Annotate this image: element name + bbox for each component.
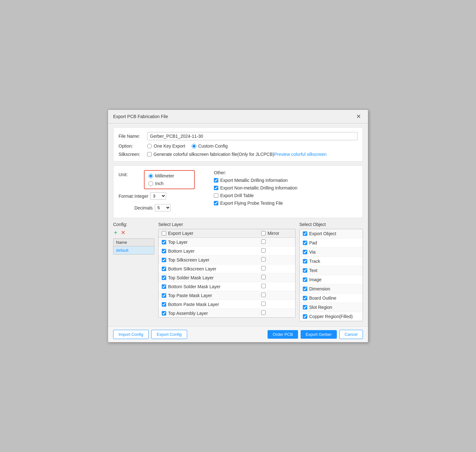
del-config-button[interactable]: ✕ (120, 229, 126, 236)
layer-table-row: Top Assembly Layer (159, 309, 295, 318)
dialog-body: File Name: Option: One Key Export Custom… (108, 123, 368, 326)
object-checkbox-6[interactable] (303, 287, 307, 291)
inch-option[interactable]: Inch (148, 181, 190, 186)
layer-mirror-checkbox-1[interactable] (261, 248, 266, 253)
format-decimals-row: Decimals 5 1 2 3 4 6 (119, 204, 214, 211)
object-item-label-1[interactable]: Pad (303, 240, 317, 245)
layer-table-row: Bottom Paste Mask Layer (159, 300, 295, 309)
decimals-select[interactable]: 5 1 2 3 4 6 (155, 204, 171, 211)
object-checkbox-3[interactable] (303, 259, 307, 263)
millimeter-option[interactable]: Millimeter (148, 173, 190, 178)
layer-export-checkbox-7[interactable] (162, 302, 166, 307)
export-layer-header[interactable]: Export Layer (162, 231, 255, 236)
export-metallic-drilling-checkbox[interactable] (214, 178, 218, 183)
object-checkbox-5[interactable] (303, 277, 307, 282)
layer-mirror-checkbox-0[interactable] (261, 239, 266, 244)
object-item-label-4[interactable]: Text (303, 268, 317, 273)
layer-export-label-8[interactable]: Top Assembly Layer (162, 311, 255, 316)
one-key-export-radio[interactable] (147, 144, 152, 149)
layer-export-checkbox-5[interactable] (162, 284, 166, 289)
export-nonmetallic-drilling-checkbox[interactable] (214, 186, 218, 190)
silkscreen-checkbox-label[interactable]: Generate colorful silkscreen fabrication… (147, 152, 274, 157)
layer-export-label-5[interactable]: Bottom Solder Mask Layer (162, 284, 255, 289)
layer-mirror-cell (258, 273, 295, 282)
object-list-item: Text (300, 266, 363, 275)
other-item-2[interactable]: Export Drill Table (214, 193, 357, 198)
add-config-button[interactable]: + (113, 229, 118, 236)
object-item-label-2[interactable]: Via (303, 249, 316, 255)
object-item-label-7[interactable]: Board Outline (303, 296, 337, 301)
layer-mirror-checkbox-4[interactable] (261, 275, 266, 279)
export-config-button[interactable]: Export Config (151, 330, 187, 339)
layer-export-checkbox-6[interactable] (162, 293, 166, 298)
object-checkbox-0[interactable] (303, 231, 307, 236)
layer-table-row: Bottom Silkscreen Layer (159, 264, 295, 273)
bottom-row: Config: + ✕ Name default Select Layer (113, 222, 363, 321)
format-label-text: Format: (119, 194, 134, 199)
unit-format-row: Unit: Millimeter Inch (119, 170, 214, 189)
object-item-label-9[interactable]: Copper Region(Filled) (303, 314, 353, 319)
layer-mirror-checkbox-6[interactable] (261, 293, 266, 297)
layer-mirror-cell (258, 256, 295, 264)
object-list-item: Pad (300, 238, 363, 248)
layer-export-checkbox-4[interactable] (162, 276, 166, 280)
object-checkbox-1[interactable] (303, 241, 307, 245)
order-pcb-button[interactable]: Order PCB (268, 330, 298, 339)
layer-export-label-7[interactable]: Bottom Paste Mask Layer (162, 302, 255, 307)
inch-radio[interactable] (148, 181, 153, 186)
layer-name-3: Bottom Silkscreen Layer (168, 266, 216, 271)
object-checkbox-2[interactable] (303, 250, 307, 254)
object-item-label-8[interactable]: Slot Region (303, 305, 332, 310)
export-layer-all-checkbox[interactable] (162, 231, 166, 236)
object-checkbox-7[interactable] (303, 296, 307, 300)
mirror-all-checkbox[interactable] (261, 231, 266, 236)
object-item-label-3[interactable]: Track (303, 259, 320, 264)
preview-silkscreen-link[interactable]: Preview colorful silkscreen (274, 152, 327, 157)
layer-table-container[interactable]: Export Layer Mirror (158, 229, 296, 318)
object-item-name-9: Copper Region(Filled) (309, 314, 353, 319)
layer-export-checkbox-1[interactable] (162, 249, 166, 253)
layer-export-label-4[interactable]: Top Solder Mask Layer (162, 275, 255, 280)
object-item-label-6[interactable]: Dimension (303, 286, 330, 291)
layer-export-label-2[interactable]: Top Silkscreen Layer (162, 257, 255, 263)
mirror-header[interactable]: Mirror (261, 231, 292, 236)
layer-mirror-cell (258, 300, 295, 309)
object-item-label-5[interactable]: Image (303, 277, 322, 282)
object-checkbox-8[interactable] (303, 305, 307, 309)
layer-export-label-1[interactable]: Bottom Layer (162, 249, 255, 254)
layer-export-label-0[interactable]: Top Layer (162, 240, 255, 245)
layer-export-label-6[interactable]: Top Paste Mask Layer (162, 293, 255, 298)
other-item-1[interactable]: Export Non-metallic Drilling Information (214, 185, 357, 190)
other-item-0[interactable]: Export Metallic Drilling Information (214, 178, 357, 183)
layer-mirror-checkbox-5[interactable] (261, 284, 266, 288)
layer-export-checkbox-0[interactable] (162, 240, 166, 244)
config-list-item-default[interactable]: default (113, 246, 154, 254)
millimeter-radio[interactable] (148, 174, 153, 178)
integer-select[interactable]: 3 1 2 4 5 (150, 192, 166, 200)
export-gerber-button[interactable]: Export Gerber (301, 330, 337, 339)
cancel-button[interactable]: Cancel (339, 330, 363, 339)
layer-export-cell: Bottom Solder Mask Layer (159, 282, 258, 291)
object-table-container[interactable]: Export Object Pad Via Track Text (299, 229, 363, 321)
layer-export-label-3[interactable]: Bottom Silkscreen Layer (162, 266, 255, 271)
layer-export-checkbox-8[interactable] (162, 311, 166, 316)
layer-mirror-checkbox-8[interactable] (261, 310, 266, 315)
layer-mirror-checkbox-2[interactable] (261, 257, 266, 262)
export-drill-table-checkbox[interactable] (214, 193, 218, 198)
other-item-3[interactable]: Export Flying Probe Testing File (214, 201, 357, 206)
file-name-input[interactable] (147, 132, 357, 140)
custom-config-option[interactable]: Custom Config (192, 143, 228, 149)
one-key-export-option[interactable]: One Key Export (147, 143, 185, 149)
close-button[interactable]: ✕ (354, 113, 363, 120)
object-checkbox-4[interactable] (303, 268, 307, 273)
import-config-button[interactable]: Import Config (113, 330, 149, 339)
layer-mirror-checkbox-7[interactable] (261, 302, 266, 306)
layer-export-checkbox-2[interactable] (162, 258, 166, 262)
layer-export-checkbox-3[interactable] (162, 267, 166, 271)
layer-mirror-checkbox-3[interactable] (261, 266, 266, 270)
object-checkbox-9[interactable] (303, 314, 307, 319)
object-item-label-0[interactable]: Export Object (303, 231, 336, 236)
custom-config-radio[interactable] (192, 144, 196, 149)
export-flying-probe-checkbox[interactable] (214, 201, 218, 205)
silkscreen-checkbox[interactable] (147, 152, 152, 156)
